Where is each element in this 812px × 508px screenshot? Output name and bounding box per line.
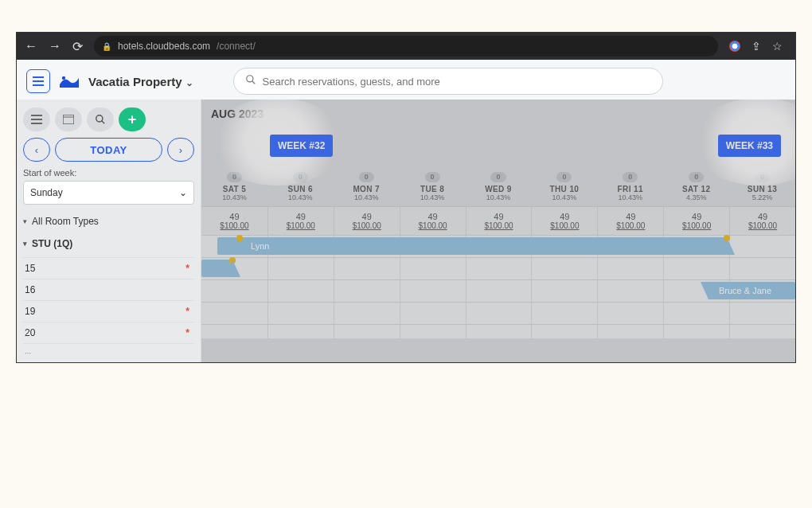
day-header: 0SUN 610.43%	[267, 166, 334, 206]
start-of-week-select[interactable]: Sunday⌄	[23, 181, 194, 205]
day-header: 0SAT 124.35%	[663, 166, 729, 206]
search-icon	[245, 74, 256, 88]
svg-point-1	[246, 76, 252, 82]
all-room-types-toggle[interactable]: All Room Types	[23, 216, 194, 227]
next-button[interactable]: ›	[167, 138, 194, 162]
month-label: AUG 2023	[201, 100, 795, 123]
browser-back-button[interactable]: ←	[25, 39, 37, 53]
google-icon[interactable]	[729, 41, 740, 52]
chevron-down-icon: ⌄	[185, 77, 193, 88]
price-cell[interactable]: 49$100.00	[466, 207, 532, 235]
svg-line-9	[102, 121, 105, 124]
week-chip-32: WEEK #32	[270, 135, 333, 157]
calendar-grid: Lynn Bruce & Jane	[201, 235, 795, 338]
grid-row[interactable]	[201, 324, 795, 338]
chevron-down-icon: ⌄	[179, 187, 187, 198]
room-group-toggle[interactable]: STU (1Q)	[23, 238, 194, 249]
svg-line-2	[252, 81, 255, 84]
address-bar[interactable]: 🔒 hotels.cloudbeds.com/connect/	[94, 36, 718, 57]
booking-bruce-jane[interactable]: Bruce & Jane	[708, 282, 795, 299]
price-cell[interactable]: 49$100.00	[201, 207, 267, 235]
svg-rect-5	[31, 123, 42, 124]
browser-reload-button[interactable]: ⟳	[72, 39, 83, 54]
price-cell[interactable]: 49$100.00	[267, 207, 334, 235]
brand-icon	[58, 73, 80, 89]
booking-partial[interactable]	[201, 260, 233, 277]
room-row-20[interactable]: 20*	[23, 322, 194, 343]
svg-point-8	[96, 115, 103, 122]
url-path: /connect/	[217, 41, 256, 52]
menu-button[interactable]	[26, 69, 50, 93]
svg-rect-3	[31, 115, 42, 116]
grid-row[interactable]: Lynn	[201, 235, 795, 257]
today-button[interactable]: TODAY	[55, 138, 162, 162]
day-header: 0SAT 510.43%	[201, 166, 267, 206]
svg-rect-4	[31, 119, 42, 120]
room-row-19[interactable]: 19*	[23, 300, 194, 322]
day-header: 0WED 910.43%	[466, 166, 532, 206]
svg-rect-6	[63, 115, 74, 124]
calendar: AUG 2023 WEEK #32 WEEK #33 0SAT 510.43%0…	[201, 100, 795, 362]
start-of-week-label: Start of week:	[23, 168, 194, 178]
price-cell[interactable]: 49$100.00	[663, 207, 729, 235]
week-chip-33: WEEK #33	[718, 135, 781, 157]
day-header: 0MON 710.43%	[334, 166, 400, 206]
url-host: hotels.cloudbeds.com	[118, 41, 210, 52]
grid-row[interactable]	[201, 302, 795, 324]
add-button[interactable]: +	[119, 107, 146, 131]
price-cell[interactable]: 49$100.00	[400, 207, 466, 235]
bookmark-star-icon[interactable]: ☆	[772, 40, 783, 53]
room-row-15[interactable]: 15*	[23, 257, 194, 279]
sidebar: + ‹ TODAY › Start of week: Sunday⌄ All R…	[17, 100, 201, 362]
room-row-16[interactable]: 16	[23, 279, 194, 300]
lock-icon: 🔒	[102, 42, 111, 51]
browser-chrome: ← → ⟳ 🔒 hotels.cloudbeds.com/connect/ ⇪ …	[17, 33, 795, 60]
search-button[interactable]	[87, 107, 114, 131]
day-header: 0FRI 1110.43%	[597, 166, 663, 206]
list-view-button[interactable]	[23, 107, 50, 131]
day-header: 0SUN 135.22%	[729, 166, 795, 206]
search-input[interactable]	[263, 76, 651, 88]
browser-forward-button[interactable]: →	[49, 39, 61, 53]
day-header-row: 0SAT 510.43%0SUN 610.43%0MON 710.43%0TUE…	[201, 166, 795, 206]
grid-row[interactable]: Bruce & Jane	[201, 279, 795, 302]
grid-row[interactable]	[201, 257, 795, 279]
share-icon[interactable]: ⇪	[751, 40, 761, 53]
day-header: 0THU 1010.43%	[531, 166, 597, 206]
prev-button[interactable]: ‹	[23, 138, 50, 162]
price-cell[interactable]: 49$100.00	[334, 207, 400, 235]
search-bar[interactable]	[233, 68, 663, 95]
day-header: 0TUE 810.43%	[400, 166, 466, 206]
calendar-view-button[interactable]	[55, 107, 82, 131]
property-selector[interactable]: Vacatia Property⌄	[88, 75, 193, 88]
app-topbar: Vacatia Property⌄	[17, 60, 795, 100]
price-cell[interactable]: 49$100.00	[729, 207, 795, 235]
svg-point-0	[62, 76, 65, 80]
room-row-more[interactable]: ···	[23, 343, 194, 362]
price-cell[interactable]: 49$100.00	[597, 207, 663, 235]
price-cell[interactable]: 49$100.00	[531, 207, 597, 235]
price-row: 49$100.0049$100.0049$100.0049$100.0049$1…	[201, 206, 795, 235]
booking-lynn[interactable]: Lynn	[217, 237, 728, 255]
